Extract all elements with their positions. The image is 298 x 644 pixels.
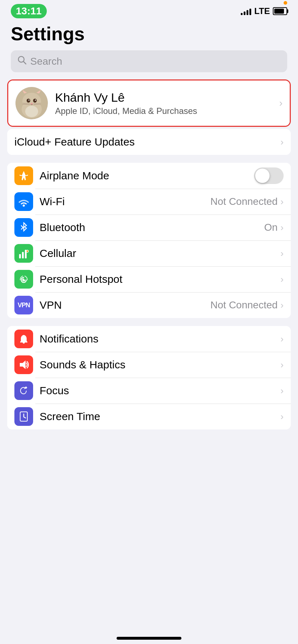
search-bar[interactable]: Search	[11, 50, 287, 72]
signal-bars	[241, 7, 251, 15]
profile-card[interactable]: Khánh Vy Lê Apple ID, iCloud, Media & Pu…	[7, 79, 291, 127]
svg-rect-20	[22, 252, 24, 258]
airplane-mode-icon	[14, 166, 33, 185]
sounds-label: Sounds & Haptics	[40, 359, 280, 371]
wifi-icon	[14, 192, 33, 211]
screen-time-chevron-icon: ›	[280, 411, 284, 422]
search-icon	[17, 55, 27, 67]
status-time: 13:11	[11, 4, 47, 18]
status-right: LTE	[241, 6, 287, 16]
avatar	[15, 87, 48, 119]
notifications-chevron-icon: ›	[280, 334, 284, 345]
cellular-label: Cellular	[40, 247, 280, 259]
status-dot	[284, 1, 287, 5]
focus-label: Focus	[40, 385, 280, 397]
svg-point-9	[27, 99, 30, 103]
notifications-icon	[14, 330, 33, 348]
cellular-chevron-icon: ›	[280, 248, 284, 259]
cellular-icon	[14, 244, 33, 263]
sounds-icon	[14, 355, 33, 374]
svg-marker-24	[20, 360, 26, 369]
search-placeholder: Search	[30, 56, 62, 67]
wifi-label: Wi-Fi	[40, 196, 211, 208]
system-section: Notifications › Sounds & Haptics › Focus…	[7, 326, 291, 429]
profile-chevron-icon: ›	[279, 97, 283, 109]
icloud-label: iCloud+ Feature Updates	[14, 136, 280, 148]
profile-info: Khánh Vy Lê Apple ID, iCloud, Media & Pu…	[55, 91, 272, 116]
svg-point-10	[33, 99, 37, 103]
airplane-mode-row[interactable]: Airplane Mode	[7, 163, 291, 189]
profile-subtitle: Apple ID, iCloud, Media & Purchases	[55, 106, 272, 116]
svg-point-18	[25, 106, 38, 117]
hotspot-icon	[14, 270, 33, 289]
svg-point-22	[26, 250, 28, 252]
notifications-row[interactable]: Notifications ›	[7, 326, 291, 352]
vpn-chevron-icon: ›	[280, 300, 284, 311]
page-title: Settings	[0, 19, 298, 50]
wifi-row[interactable]: Wi-Fi Not Connected ›	[7, 189, 291, 215]
hotspot-row[interactable]: Personal Hotspot ›	[7, 266, 291, 292]
icloud-section: iCloud+ Feature Updates ›	[7, 129, 291, 155]
status-bar: 13:11 LTE	[0, 0, 298, 19]
bluetooth-chevron-icon: ›	[280, 222, 284, 233]
bluetooth-label: Bluetooth	[40, 221, 264, 234]
network-section: Airplane Mode Wi-Fi Not Connected › Blue…	[7, 163, 291, 318]
vpn-icon: VPN	[14, 296, 33, 314]
svg-line-1	[23, 61, 26, 64]
sounds-row[interactable]: Sounds & Haptics ›	[7, 352, 291, 378]
sounds-chevron-icon: ›	[280, 359, 284, 371]
bluetooth-value: On	[264, 222, 277, 233]
lte-label: LTE	[254, 6, 270, 16]
focus-icon	[14, 381, 33, 400]
svg-rect-19	[19, 254, 21, 258]
vpn-label: VPN	[40, 299, 211, 311]
profile-name: Khánh Vy Lê	[55, 91, 272, 105]
focus-chevron-icon: ›	[280, 385, 284, 396]
cellular-row[interactable]: Cellular ›	[7, 240, 291, 266]
airplane-mode-toggle[interactable]	[254, 167, 284, 184]
notifications-label: Notifications	[40, 333, 280, 345]
svg-point-11	[28, 100, 30, 101]
screen-time-icon	[14, 407, 33, 426]
hotspot-label: Personal Hotspot	[40, 273, 280, 285]
icloud-chevron-icon: ›	[280, 137, 284, 148]
screen-time-row[interactable]: Screen Time ›	[7, 404, 291, 429]
bluetooth-row[interactable]: Bluetooth On ›	[7, 215, 291, 240]
focus-row[interactable]: Focus ›	[7, 378, 291, 404]
battery-icon	[273, 7, 287, 15]
vpn-value: Not Connected	[211, 299, 278, 311]
svg-point-12	[35, 100, 36, 101]
svg-point-13	[31, 103, 33, 104]
home-bar	[117, 637, 181, 640]
svg-point-23	[23, 279, 24, 281]
vpn-row[interactable]: VPN VPN Not Connected ›	[7, 292, 291, 318]
airplane-mode-label: Airplane Mode	[40, 170, 254, 182]
icloud-row[interactable]: iCloud+ Feature Updates ›	[7, 129, 291, 155]
hotspot-chevron-icon: ›	[280, 274, 284, 285]
wifi-chevron-icon: ›	[280, 196, 284, 207]
wifi-value: Not Connected	[211, 196, 278, 207]
bluetooth-icon	[14, 218, 33, 237]
screen-time-label: Screen Time	[40, 410, 280, 423]
